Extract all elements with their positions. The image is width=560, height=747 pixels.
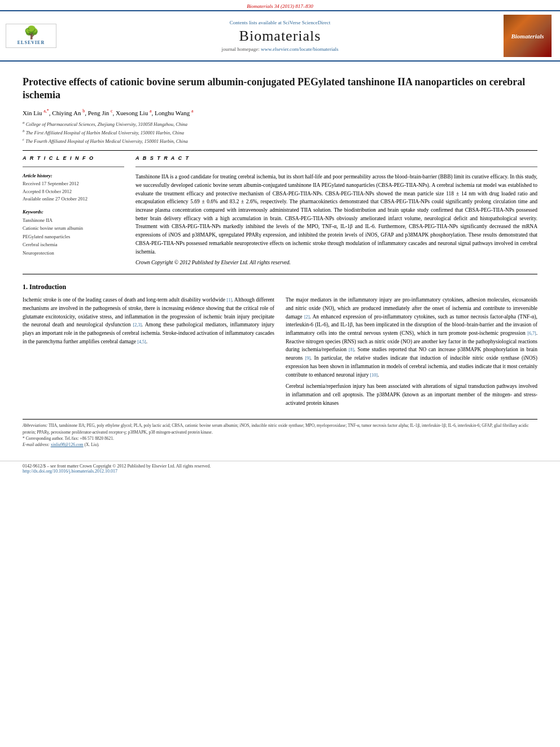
journal-header-center: Contents lists available at SciVerse Sci… [62,20,498,52]
abstract-heading: A B S T R A C T [135,155,537,161]
keyword-1: Tanshinone IIA [23,216,124,224]
keyword-5: Neuroprotection [23,249,124,257]
author-peng-jin: Peng Jin c, [88,110,116,116]
info-divider [23,167,124,167]
journal-citation: Biomaterials 34 (2013) 817–830 [0,0,560,10]
elsevier-logo-left: 🌳 ELSEVIER [6,24,56,48]
author-xin-liu: Xin Liu a,*, [23,110,52,116]
elsevier-tree-icon: 🌳 [24,27,39,39]
ref-8: [8] [349,347,354,352]
citation-text: Biomaterials 34 (2013) 817–830 [247,3,313,9]
email-link[interactable]: xinliu98@126.com [51,442,84,447]
received-date: Received 17 September 2012 [23,180,124,188]
homepage-label: journal homepage: [222,46,260,52]
history-heading: Article history: [23,173,124,178]
sciverse-prefix: Contents lists available at [230,20,282,25]
abstract-panel: A B S T R A C T Tanshinone IIA is a good… [135,155,537,267]
intro-para-1: Ischemic stroke is one of the leading ca… [23,296,274,346]
keyword-4: Cerebral ischemia [23,241,124,248]
sciverse-anchor[interactable]: SciVerse ScienceDirect [283,20,330,25]
intro-body: Ischemic stroke is one of the leading ca… [23,296,537,410]
affiliation-c: c The Fourth Affiliated Hospital of Harb… [23,137,537,145]
ref-2-3: [2,3] [133,322,142,327]
journal-header: 🌳 ELSEVIER Contents lists available at S… [0,10,560,62]
abstract-divider [135,167,537,167]
abbreviations-text: Abbreviations: TIIA, tanshinone IIA; PEG… [23,422,537,435]
author-xuesong-liu: Xuesong Liu a, [116,110,155,116]
accepted-date: Accepted 8 October 2012 [23,188,124,196]
sciverse-link[interactable]: Contents lists available at SciVerse Sci… [62,20,498,25]
elsevier-brand: ELSEVIER [18,40,45,45]
article-info-abstract: A R T I C L E I N F O Article history: R… [23,155,537,267]
journal-homepage: journal homepage: www.elsevier.com/locat… [62,46,498,52]
ref-10: [10] [370,373,378,378]
available-date: Available online 27 October 2012 [23,195,124,203]
article-title: Protective effects of cationic bovine se… [23,70,537,102]
corresponding-text: * Corresponding author. Tel./fax: +86 57… [23,435,537,442]
journal-title: Biomaterials [62,28,498,45]
divider-2 [23,274,537,274]
ref-6-7: [6,7] [527,331,536,336]
affiliation-b: b The First Affiliated Hospital of Harbi… [23,128,537,137]
footer-doi: http://dx.doi.org/10.1016/j.biomaterials… [23,469,537,474]
ref-2b: [2] [304,314,309,320]
body-content: 1. Introduction Ischemic stroke is one o… [23,283,537,410]
intro-heading: 1. Introduction [23,283,537,291]
email-text: E-mail address: xinliu98@126.com (X. Liu… [23,442,537,448]
authors-line: Xin Liu a,*, Chiying An b, Peng Jin c, X… [23,109,537,117]
intro-para-2: The major mediators in the inflammatory … [286,296,537,379]
article-info-heading: A R T I C L E I N F O [23,155,124,161]
footer-issn: 0142-9612/$ – see front matter Crown Cop… [23,464,537,469]
article-history: Article history: Received 17 September 2… [23,173,124,203]
footnotes-section: Abbreviations: TIIA, tanshinone IIA; PEG… [23,419,537,448]
biomaterials-badge: Biomaterials [504,15,554,57]
copyright-text: Crown Copyright © 2012 Published by Else… [135,259,537,267]
author-chiying-an: Chiying An b, [52,110,88,116]
keywords-heading: Keywords: [23,209,124,215]
intro-col-right: The major mediators in the inflammatory … [286,296,537,410]
divider-1 [23,150,537,151]
affiliations: a College of Pharmaceutical Sciences, Zh… [23,120,537,145]
article-info-panel: A R T I C L E I N F O Article history: R… [23,155,124,267]
intro-para-3: Cerebral ischemia/reperfusion injury has… [286,382,537,407]
keyword-3: PEGylated nanoparticles [23,233,124,241]
ref-4-5: [4,5] [137,339,146,344]
article-container: Protective effects of cationic bovine se… [0,62,560,456]
ref-9: [9] [305,356,310,361]
homepage-url[interactable]: www.elsevier.com/locate/biomaterials [261,46,338,52]
intro-col-left: Ischemic stroke is one of the leading ca… [23,296,274,410]
keyword-2: Cationic bovine serum albumin [23,224,124,232]
abstract-text: Tanshinone IIA is a good candidate for t… [135,173,537,256]
keywords-section: Keywords: Tanshinone IIA Cationic bovine… [23,209,124,257]
badge-label: Biomaterials [511,33,544,40]
author-longhu-wang: Longhu Wang a [155,110,193,116]
footer-bar: 0142-9612/$ – see front matter Crown Cop… [0,461,560,476]
affiliation-a: a College of Pharmaceutical Sciences, Zh… [23,120,537,128]
ref-1: [1] [226,298,231,303]
doi-link[interactable]: http://dx.doi.org/10.1016/j.biomaterials… [23,469,117,474]
